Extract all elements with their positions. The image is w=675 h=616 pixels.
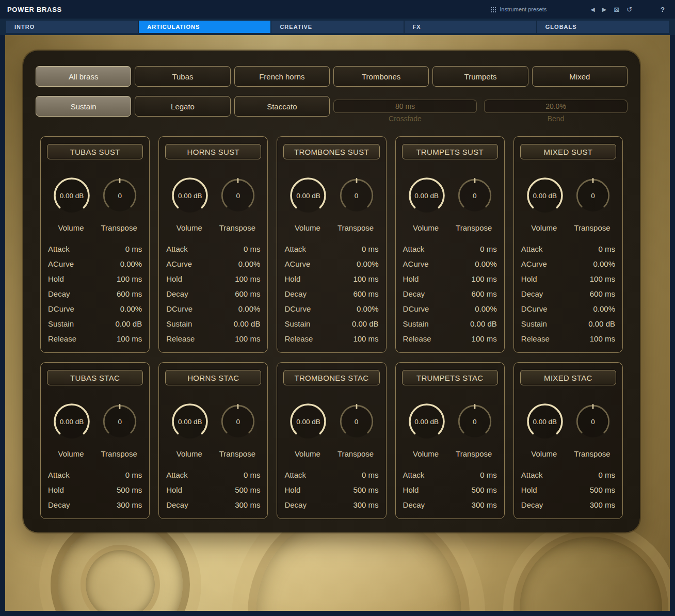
transpose-knob[interactable]: 0 [217,400,259,443]
param-value[interactable]: 100 ms [590,274,615,283]
volume-knob[interactable]: 0.00 dB [522,399,568,444]
transpose-knob[interactable]: 0 [572,400,614,443]
card-title-button[interactable]: TROMBONES STAC [283,370,379,385]
param-row-release[interactable]: Release100 ms [165,331,261,346]
card-title-button[interactable]: MIXED SUST [520,144,616,159]
instrument-button-mixed[interactable]: Mixed [532,66,628,87]
param-row-hold[interactable]: Hold500 ms [520,482,616,497]
param-value[interactable]: 0 ms [362,245,379,253]
param-row-dcurve[interactable]: DCurve0.00% [165,301,261,316]
card-title-button[interactable]: HORNS STAC [165,370,261,385]
param-value[interactable]: 0.00% [120,260,142,268]
param-row-dcurve[interactable]: DCurve0.00% [520,301,616,316]
param-row-sustain[interactable]: Sustain0.00 dB [283,316,379,331]
instrument-button-french-horns[interactable]: French horns [234,66,330,87]
tab-articulations[interactable]: ARTICULATIONS [139,21,270,33]
volume-knob[interactable]: 0.00 dB [404,173,449,218]
param-value[interactable]: 0.00% [238,260,261,268]
param-row-release[interactable]: Release100 ms [402,331,498,346]
tab-globals[interactable]: GLOBALS [537,21,669,33]
param-row-decay[interactable]: Decay300 ms [402,497,498,512]
param-value[interactable]: 0 ms [480,471,497,479]
transpose-knob[interactable]: 0 [99,400,141,443]
previous-preset-button[interactable]: ◀ [587,5,598,14]
param-row-hold[interactable]: Hold500 ms [283,482,379,497]
param-value[interactable]: 0 ms [598,245,615,253]
param-row-decay[interactable]: Decay300 ms [520,497,616,512]
param-row-decay[interactable]: Decay600 ms [47,286,143,301]
param-value[interactable]: 100 ms [472,274,497,283]
param-row-attack[interactable]: Attack0 ms [283,241,379,256]
param-value[interactable]: 100 ms [117,334,142,343]
param-value[interactable]: 500 ms [590,485,615,494]
param-value[interactable]: 0 ms [480,245,497,253]
tab-fx[interactable]: FX [405,21,536,33]
ab-compare-icon[interactable]: ⊠ [610,5,623,14]
param-row-attack[interactable]: Attack0 ms [47,241,143,256]
card-title-button[interactable]: TUBAS SUST [47,144,143,159]
param-row-attack[interactable]: Attack0 ms [47,467,143,482]
param-row-hold[interactable]: Hold100 ms [283,271,379,286]
param-row-decay[interactable]: Decay600 ms [402,286,498,301]
param-value[interactable]: 0.00% [593,260,615,268]
param-value[interactable]: 0.00% [357,260,379,268]
param-row-attack[interactable]: Attack0 ms [402,241,498,256]
param-row-attack[interactable]: Attack0 ms [283,467,379,482]
param-row-decay[interactable]: Decay300 ms [165,497,261,512]
param-row-acurve[interactable]: ACurve0.00% [283,256,379,271]
param-row-acurve[interactable]: ACurve0.00% [520,256,616,271]
param-value[interactable]: 0 ms [125,245,142,253]
card-title-button[interactable]: TUBAS STAC [47,370,143,385]
transpose-knob[interactable]: 0 [335,174,378,217]
param-value[interactable]: 0.00 dB [470,319,497,328]
volume-knob[interactable]: 0.00 dB [404,399,449,444]
param-row-hold[interactable]: Hold500 ms [402,482,498,497]
param-row-sustain[interactable]: Sustain0.00 dB [47,316,143,331]
param-row-attack[interactable]: Attack0 ms [165,467,261,482]
param-row-decay[interactable]: Decay600 ms [165,286,261,301]
transpose-knob[interactable]: 0 [217,174,259,217]
param-value[interactable]: 0.00% [357,304,379,313]
instrument-button-all-brass[interactable]: All brass [36,66,131,87]
param-value[interactable]: 0.00 dB [234,319,261,328]
param-value[interactable]: 600 ms [353,289,378,298]
param-value[interactable]: 0.00% [475,304,497,313]
tab-creative[interactable]: CREATIVE [271,21,403,33]
volume-knob[interactable]: 0.00 dB [167,173,213,218]
param-value[interactable]: 500 ms [235,485,260,494]
param-row-dcurve[interactable]: DCurve0.00% [283,301,379,316]
param-row-release[interactable]: Release100 ms [283,331,379,346]
param-value[interactable]: 100 ms [590,334,615,343]
param-row-decay[interactable]: Decay600 ms [283,286,379,301]
param-value[interactable]: 0 ms [125,471,142,479]
param-value[interactable]: 0 ms [244,471,261,479]
param-value[interactable]: 300 ms [472,500,497,509]
param-value[interactable]: 300 ms [117,500,142,509]
volume-knob[interactable]: 0.00 dB [285,399,331,444]
card-title-button[interactable]: HORNS SUST [165,144,261,159]
tab-intro[interactable]: INTRO [6,21,138,33]
param-row-hold[interactable]: Hold100 ms [165,271,261,286]
transpose-knob[interactable]: 0 [335,400,378,443]
param-row-attack[interactable]: Attack0 ms [402,467,498,482]
param-row-decay[interactable]: Decay600 ms [520,286,616,301]
volume-knob[interactable]: 0.00 dB [285,173,331,218]
articulation-button-staccato[interactable]: Staccato [234,96,330,117]
param-value[interactable]: 300 ms [235,500,260,509]
param-value[interactable]: 300 ms [590,500,615,509]
param-value[interactable]: 0.00% [593,304,615,313]
param-value[interactable]: 0.00% [475,260,497,268]
param-row-acurve[interactable]: ACurve0.00% [47,256,143,271]
param-value[interactable]: 600 ms [235,289,260,298]
param-value[interactable]: 0.00% [238,304,261,313]
instrument-button-trombones[interactable]: Trombones [333,66,429,87]
param-row-acurve[interactable]: ACurve0.00% [402,256,498,271]
param-value[interactable]: 100 ms [353,334,378,343]
instrument-presets-button[interactable]: Instrument presets [490,6,547,12]
param-row-dcurve[interactable]: DCurve0.00% [47,301,143,316]
next-preset-button[interactable]: ▶ [599,5,610,14]
param-row-release[interactable]: Release100 ms [47,331,143,346]
param-value[interactable]: 0.00 dB [588,319,615,328]
param-row-acurve[interactable]: ACurve0.00% [165,256,261,271]
param-value[interactable]: 600 ms [590,289,615,298]
